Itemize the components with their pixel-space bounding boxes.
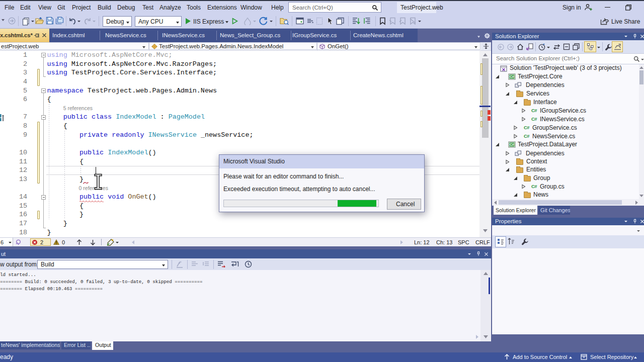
svg-text:C#: C# bbox=[510, 75, 514, 78]
svg-text:C#: C# bbox=[510, 143, 514, 146]
